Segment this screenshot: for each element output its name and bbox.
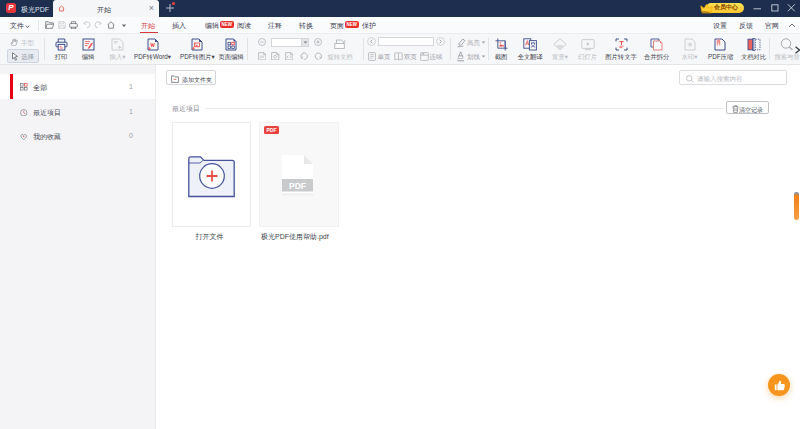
- svg-text:PDF: PDF: [289, 181, 306, 191]
